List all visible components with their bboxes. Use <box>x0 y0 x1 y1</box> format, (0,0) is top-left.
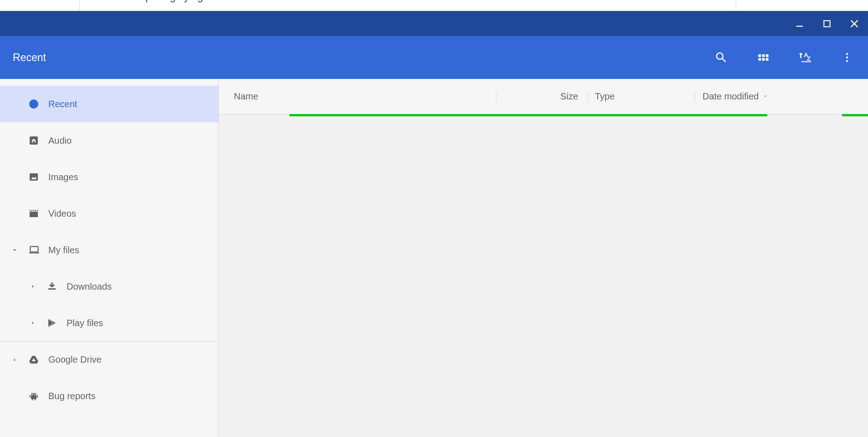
main-content: Name Size Type Date modified <box>219 79 868 437</box>
column-headers: Name Size Type Date modified <box>219 79 868 114</box>
svg-point-12 <box>846 53 848 55</box>
close-button[interactable] <box>849 18 860 29</box>
svg-line-35 <box>36 392 36 393</box>
svg-point-27 <box>32 393 33 394</box>
sidebar-item-downloads[interactable]: Downloads <box>0 268 218 305</box>
column-header-name[interactable]: Name <box>219 91 496 102</box>
expand-toggle[interactable] <box>27 283 38 290</box>
svg-rect-9 <box>766 58 769 61</box>
sidebar-item-recent[interactable]: Recent <box>0 86 218 122</box>
svg-rect-8 <box>762 58 765 61</box>
loading-progress-bar-segment <box>842 114 868 116</box>
svg-rect-17 <box>30 173 38 181</box>
clock-icon <box>28 99 42 109</box>
svg-point-14 <box>846 60 848 62</box>
svg-point-28 <box>35 393 36 394</box>
svg-rect-22 <box>34 210 35 211</box>
view-toggle-button[interactable] <box>756 50 770 65</box>
more-options-button[interactable] <box>840 50 854 65</box>
svg-rect-29 <box>31 395 36 399</box>
loading-progress-bar <box>289 114 767 116</box>
sidebar-item-label: Images <box>48 172 78 182</box>
sidebar-item-google-drive[interactable]: Google Drive <box>0 341 218 378</box>
svg-rect-19 <box>30 212 38 217</box>
more-vert-icon <box>841 52 853 63</box>
svg-rect-7 <box>759 58 761 61</box>
sidebar-item-label: Audio <box>48 135 72 146</box>
svg-rect-25 <box>29 252 39 253</box>
svg-rect-26 <box>48 288 56 290</box>
image-icon <box>28 172 42 182</box>
maximize-button[interactable] <box>822 18 832 29</box>
page-title: Recent <box>13 52 46 64</box>
svg-rect-31 <box>37 395 38 398</box>
column-header-size[interactable]: Size <box>496 91 587 102</box>
svg-point-13 <box>846 57 848 58</box>
page-border <box>79 0 736 11</box>
sidebar-item-label: Play files <box>67 318 103 328</box>
maximize-icon <box>822 19 832 28</box>
google-drive-icon <box>28 354 42 365</box>
search-button[interactable] <box>714 50 728 65</box>
svg-rect-30 <box>30 395 31 398</box>
chevron-down-icon <box>11 246 18 254</box>
android-icon <box>28 390 42 401</box>
svg-rect-21 <box>32 210 33 211</box>
expand-toggle[interactable] <box>9 357 20 363</box>
toolbar-actions: A Z <box>714 50 854 65</box>
svg-rect-33 <box>35 399 36 401</box>
minimize-icon <box>795 19 805 29</box>
column-header-date-label: Date modified <box>703 91 759 102</box>
grid-view-icon <box>757 51 770 64</box>
search-icon <box>714 51 728 64</box>
svg-rect-23 <box>36 210 37 211</box>
download-icon <box>46 281 60 292</box>
sidebar-item-my-files[interactable]: My files <box>0 232 218 268</box>
svg-text:Z: Z <box>807 55 811 62</box>
svg-rect-4 <box>759 54 761 57</box>
expand-toggle[interactable] <box>27 320 38 326</box>
laptop-icon <box>28 244 42 256</box>
sidebar-item-label: Videos <box>48 208 76 219</box>
close-icon <box>849 19 859 29</box>
sidebar-item-videos[interactable]: Videos <box>0 195 218 232</box>
sidebar-item-audio[interactable]: Audio <box>0 122 218 159</box>
svg-rect-32 <box>32 399 33 401</box>
svg-rect-1 <box>824 21 830 26</box>
window-titlebar <box>0 11 868 36</box>
column-header-date[interactable]: Date modified <box>695 91 868 102</box>
toolbar: Recent A <box>0 36 868 79</box>
sort-indicator-icon <box>762 91 769 102</box>
headphones-icon <box>28 135 42 146</box>
video-icon <box>28 208 42 219</box>
svg-rect-6 <box>766 54 769 57</box>
sidebar-item-label: Recent <box>48 99 77 109</box>
sort-az-icon: A Z <box>798 50 812 65</box>
sidebar-item-label: Downloads <box>67 281 112 292</box>
chevron-right-icon <box>11 357 18 363</box>
chevron-right-icon <box>30 320 36 326</box>
sort-button[interactable]: A Z <box>798 50 812 65</box>
svg-rect-24 <box>30 246 38 252</box>
sidebar-item-images[interactable]: Images <box>0 159 218 195</box>
svg-rect-5 <box>762 54 765 57</box>
svg-line-34 <box>31 392 32 393</box>
files-window: Recent A <box>0 11 868 437</box>
sidebar-item-label: Bug reports <box>48 391 95 401</box>
sidebar-item-label: Google Drive <box>48 354 102 365</box>
chevron-right-icon <box>30 283 36 290</box>
column-header-type[interactable]: Type <box>587 91 695 102</box>
content-area: Recent Audio Images <box>0 79 868 437</box>
play-store-icon <box>46 317 60 328</box>
minimize-button[interactable] <box>794 18 805 29</box>
sidebar-item-bug-reports[interactable]: Bug reports <box>0 378 218 414</box>
expand-toggle[interactable] <box>9 246 20 254</box>
sidebar-item-play-files[interactable]: Play files <box>0 305 218 341</box>
sidebar: Recent Audio Images <box>0 79 219 437</box>
svg-rect-20 <box>31 210 31 211</box>
sidebar-item-label: My files <box>48 245 79 255</box>
